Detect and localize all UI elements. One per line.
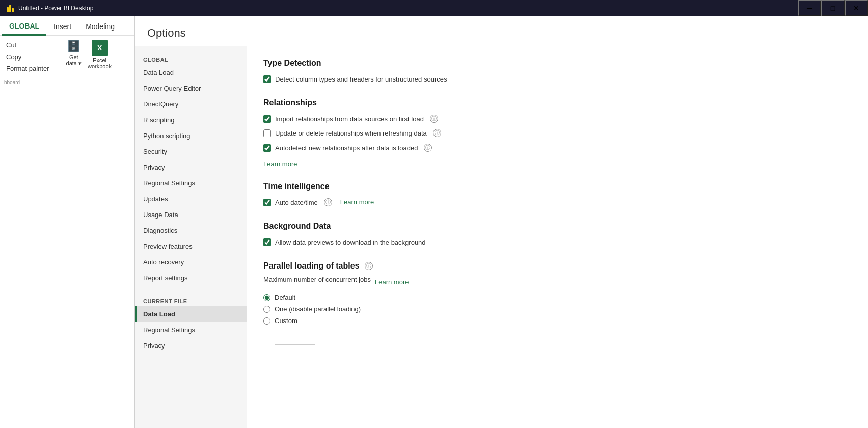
- ti-learn-more[interactable]: Learn more: [340, 198, 374, 206]
- format-painter-tool[interactable]: Format painter: [2, 63, 53, 74]
- pl-custom-input[interactable]: [275, 331, 315, 345]
- background-data-title: Background Data: [263, 222, 852, 231]
- tab-modeling[interactable]: Modeling: [78, 19, 122, 35]
- parallel-loading-section: Parallel loading of tables ⓘ Maximum num…: [263, 261, 852, 345]
- cut-tool[interactable]: Cut: [2, 40, 53, 50]
- parallel-loading-title: Parallel loading of tables: [263, 261, 360, 271]
- rel2-info-icon[interactable]: ⓘ: [433, 129, 441, 137]
- nav-item-data-load[interactable]: Data Load: [135, 65, 247, 81]
- parallel-loading-info-icon[interactable]: ⓘ: [365, 262, 373, 270]
- pl-one-label: One (disable parallel loading): [275, 305, 361, 313]
- rel1-checkbox[interactable]: [263, 115, 271, 123]
- title-bar-text: Untitled - Power BI Desktop: [18, 5, 93, 12]
- rel2-row: Update or delete relationships when refr…: [263, 129, 852, 138]
- get-data-label: Getdata ▾: [66, 54, 82, 67]
- nav-item-usage-data[interactable]: Usage Data: [135, 207, 247, 223]
- global-section-label: GLOBAL: [135, 52, 247, 65]
- rel3-checkbox[interactable]: [263, 144, 271, 152]
- excel-workbook-button[interactable]: X Excelworkbook: [88, 40, 112, 69]
- parallel-loading-learn-more[interactable]: Learn more: [375, 278, 409, 286]
- title-bar: Untitled - Power BI Desktop ─ □ ✕: [0, 0, 868, 16]
- time-intelligence-title: Time intelligence: [263, 182, 852, 191]
- nav-item-python-scripting[interactable]: Python scripting: [135, 128, 247, 144]
- options-title: Options: [135, 16, 868, 46]
- rel3-label: Autodetect new relationships after data …: [275, 144, 418, 153]
- get-data-icon: 🗄️: [67, 40, 80, 53]
- type-detection-checkbox[interactable]: [263, 75, 271, 83]
- clipboard-label: bboard: [0, 78, 134, 86]
- rel2-checkbox[interactable]: [263, 129, 271, 137]
- svg-rect-0: [7, 7, 9, 12]
- pl-default-radio[interactable]: [263, 294, 270, 301]
- type-detection-section: Type Detection Detect column types and h…: [263, 59, 852, 84]
- relationships-title: Relationships: [263, 98, 852, 108]
- rel1-row: Import relationships from data sources o…: [263, 115, 852, 124]
- pl-custom-row: Custom: [263, 317, 852, 325]
- ti-info-icon[interactable]: ⓘ: [324, 198, 332, 206]
- background-data-section: Background Data Allow data previews to d…: [263, 222, 852, 247]
- restore-button[interactable]: □: [821, 0, 845, 16]
- background-data-checkbox[interactable]: [263, 238, 271, 246]
- get-data-button[interactable]: 🗄️ Getdata ▾: [66, 40, 82, 67]
- nav-item-direct-query[interactable]: DirectQuery: [135, 96, 247, 112]
- tab-home[interactable]: GLOBAL: [2, 19, 46, 36]
- nav-item-cf-data-load[interactable]: Data Load: [135, 306, 247, 322]
- nav-item-report-settings[interactable]: Report settings: [135, 270, 247, 286]
- nav-item-regional-settings[interactable]: Regional Settings: [135, 175, 247, 191]
- nav-item-power-query-editor[interactable]: Power Query Editor: [135, 81, 247, 96]
- window-controls: ─ □ ✕: [798, 0, 868, 16]
- time-intelligence-section: Time intelligence Auto date/time ⓘ Learn…: [263, 182, 852, 207]
- nav-item-updates[interactable]: Updates: [135, 191, 247, 207]
- type-detection-title: Type Detection: [263, 59, 852, 68]
- power-bi-icon: [6, 4, 14, 12]
- svg-rect-2: [12, 8, 14, 12]
- pl-custom-radio[interactable]: [263, 317, 270, 325]
- bg-label: Allow data previews to download in the b…: [275, 238, 426, 247]
- pl-default-row: Default: [263, 293, 852, 301]
- nav-item-privacy[interactable]: Privacy: [135, 159, 247, 175]
- nav-item-r-scripting[interactable]: R scripting: [135, 112, 247, 128]
- options-content: Type Detection Detect column types and h…: [247, 46, 868, 428]
- type-detection-checkbox-row: Detect column types and headers for unst…: [263, 75, 852, 84]
- tab-insert[interactable]: Insert: [46, 19, 78, 35]
- rel3-info-icon[interactable]: ⓘ: [424, 144, 432, 152]
- excel-label: Excelworkbook: [88, 57, 112, 69]
- excel-icon: X: [92, 40, 108, 56]
- rel3-row: Autodetect new relationships after data …: [263, 144, 852, 153]
- relationships-learn-more[interactable]: Learn more: [263, 160, 297, 168]
- rel2-label: Update or delete relationships when refr…: [275, 129, 427, 138]
- options-body: GLOBAL Data Load Power Query Editor Dire…: [135, 46, 868, 428]
- current-file-section-label: CURRENT FILE: [135, 294, 247, 306]
- close-button[interactable]: ✕: [845, 0, 868, 16]
- relationships-section: Relationships Import relationships from …: [263, 98, 852, 168]
- pl-one-row: One (disable parallel loading): [263, 305, 852, 313]
- nav-item-auto-recovery[interactable]: Auto recovery: [135, 254, 247, 270]
- copy-tool[interactable]: Copy: [2, 51, 53, 62]
- rel1-info-icon[interactable]: ⓘ: [430, 115, 438, 123]
- pl-default-label: Default: [275, 293, 295, 301]
- type-detection-label: Detect column types and headers for unst…: [275, 75, 447, 84]
- ti-label: Auto date/time: [275, 198, 318, 207]
- rel1-label: Import relationships from data sources o…: [275, 115, 424, 124]
- bg-row: Allow data previews to download in the b…: [263, 238, 852, 247]
- time-intelligence-checkbox[interactable]: [263, 199, 271, 206]
- nav-item-preview-features[interactable]: Preview features: [135, 238, 247, 254]
- pl-one-radio[interactable]: [263, 306, 270, 313]
- minimize-button[interactable]: ─: [798, 0, 821, 16]
- options-dialog: Options GLOBAL Data Load Power Query Edi…: [135, 16, 868, 428]
- parallel-loading-subtitle: Maximum number of concurrent jobs: [263, 276, 371, 283]
- pl-custom-label: Custom: [275, 317, 297, 325]
- options-nav-sidebar: GLOBAL Data Load Power Query Editor Dire…: [135, 46, 247, 428]
- svg-rect-1: [9, 5, 11, 12]
- nav-item-security[interactable]: Security: [135, 144, 247, 159]
- nav-item-cf-regional-settings[interactable]: Regional Settings: [135, 322, 247, 338]
- nav-item-cf-privacy[interactable]: Privacy: [135, 338, 247, 354]
- ti-row: Auto date/time ⓘ Learn more: [263, 198, 852, 207]
- nav-item-diagnostics[interactable]: Diagnostics: [135, 223, 247, 238]
